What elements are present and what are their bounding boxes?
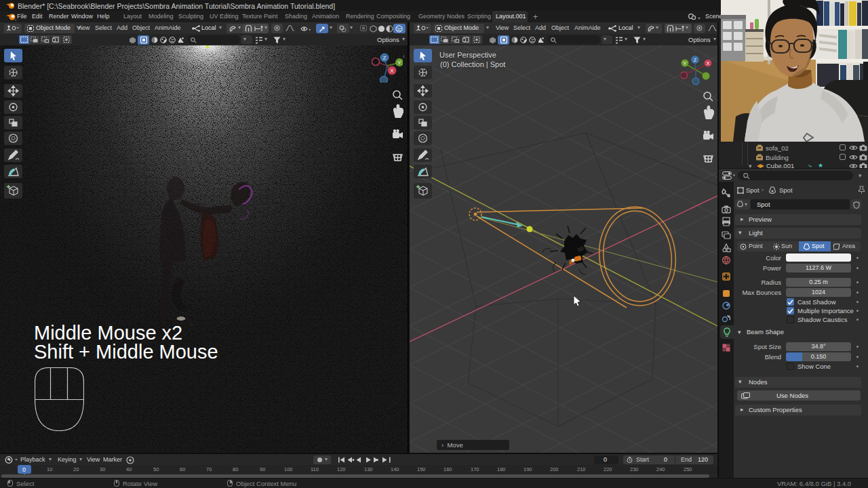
svg-text:Z: Z [694, 57, 697, 63]
svg-text:X: X [706, 60, 710, 66]
svg-text:Y: Y [683, 60, 687, 66]
svg-text:Y: Y [397, 60, 401, 66]
svg-text:X: X [390, 68, 394, 74]
svg-text:Z: Z [383, 55, 387, 61]
